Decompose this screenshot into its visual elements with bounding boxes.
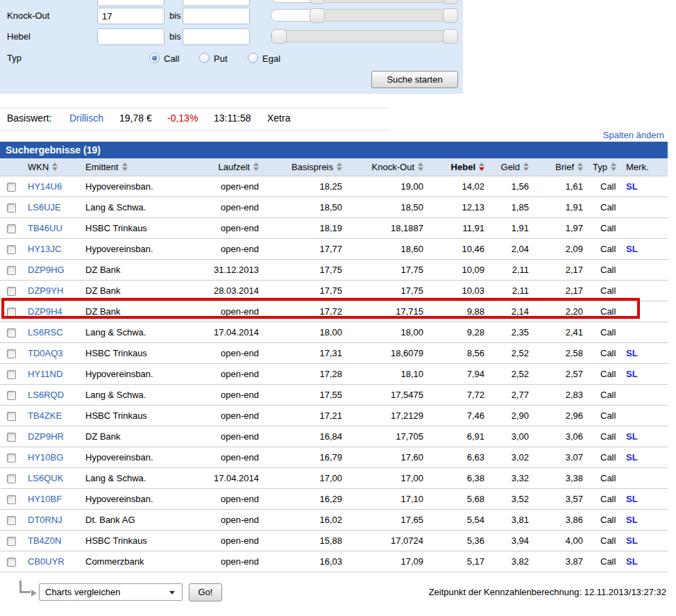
row-checkbox[interactable] [7,495,16,504]
column-header-brief[interactable]: Brief [530,158,584,176]
row-checkbox[interactable] [7,183,16,192]
wkn-link[interactable]: TB4ZKE [28,410,62,421]
cell-typ: Call [584,176,623,197]
wkn-link[interactable]: LS6RSC [28,327,63,338]
cell-geld: 2,35 [486,322,530,342]
slider-handle-left[interactable] [271,29,287,44]
cell-check [0,301,22,322]
spalten-aendern-link[interactable]: Spalten ändern [603,130,664,140]
charts-action-select[interactable]: Charts vergleichen [39,583,183,601]
hebel-to-input[interactable] [183,28,250,45]
cell-laufzeit: open-end [201,342,260,363]
cell-emittent: Lang & Schwa. [80,384,201,405]
row-checkbox[interactable] [7,308,16,317]
column-header-typ[interactable]: Typ [584,158,623,176]
cell-wkn: TB46UU [22,217,80,238]
cell-hebel: 10,46 [425,238,486,259]
wkn-link[interactable]: TB46UU [28,223,62,233]
column-header-geld[interactable]: Geld [486,158,530,176]
row-checkbox[interactable] [7,453,16,463]
row-checkbox[interactable] [7,328,16,338]
wkn-link[interactable]: DZP9HG [28,265,65,275]
wkn-link[interactable]: HY14U6 [28,181,62,192]
cell-merk [623,384,668,405]
knockout-to-input[interactable] [183,8,250,24]
basiswert-link[interactable]: Drillisch [69,113,103,124]
wkn-link[interactable]: HY11ND [28,369,62,379]
cell-brief: 3,86 [530,509,584,530]
row-checkbox[interactable] [7,203,16,213]
cell-geld: 2,52 [486,342,530,363]
typ-radio-egal[interactable] [248,53,258,63]
row-checkbox[interactable] [7,391,16,400]
wkn-link[interactable]: DT0RNJ [28,515,62,525]
typ-radio-put[interactable] [199,53,210,63]
hebel-range-slider[interactable] [271,30,458,42]
row-checkbox[interactable] [7,433,16,442]
wkn-link[interactable]: HY13JC [28,244,61,254]
cell-hebel: 7,72 [425,384,486,405]
hebel-bis-label: bis [169,31,181,42]
wkn-link[interactable]: DZP9YH [28,285,63,296]
cell-knockout: 18,00 [344,322,425,342]
wkn-link[interactable]: DZP9H4 [28,306,62,317]
row-checkbox[interactable] [7,245,16,254]
sort-icon [577,163,583,171]
derivative-search-page: Knock-Out bis Hebel bis Typ Call Put Ega… [0,0,676,616]
cell-emittent: Commerzbank [80,551,201,572]
cutoff-input-to[interactable] [183,0,250,6]
cell-laufzeit: open-end [201,197,260,217]
slider-handle-right[interactable] [443,0,458,4]
wkn-link[interactable]: LS6UJE [28,202,61,213]
cell-basispreis: 16,02 [260,509,344,530]
typ-radio-put-label: Put [214,53,228,64]
row-checkbox[interactable] [7,266,16,275]
wkn-link[interactable]: CB0UYR [28,556,65,567]
row-checkbox[interactable] [7,412,16,421]
slider-handle-left[interactable] [310,0,325,4]
column-header-basispreis[interactable]: Basispreis [260,158,344,176]
cell-emittent: Hypovereinsban. [80,363,201,384]
column-header-knockout[interactable]: Knock-Out [344,158,425,176]
cell-geld: 2,11 [486,280,530,301]
row-checkbox[interactable] [7,370,16,379]
wkn-link[interactable]: TB4Z0N [28,535,61,546]
column-header-wkn[interactable]: WKN [22,158,80,176]
column-header-laufzeit[interactable]: Laufzeit [201,158,260,176]
knockout-from-input[interactable] [97,8,164,24]
wkn-link[interactable]: HY10BF [28,494,62,504]
result-row: LS6UJELang & Schwa.open-end18,5018,5012,… [0,197,668,217]
cell-merk: SL [623,176,668,197]
suche-starten-button[interactable]: Suche starten [371,71,458,88]
wkn-link[interactable]: DZP9HR [28,431,64,442]
cell-wkn: LS6RQD [22,384,80,405]
row-checkbox[interactable] [7,224,16,233]
row-checkbox[interactable] [7,287,16,296]
typ-radio-call[interactable] [149,53,160,63]
go-button[interactable]: Go! [189,583,222,601]
column-header-hebel[interactable]: Hebel [425,158,486,176]
wkn-link[interactable]: LS6QUK [28,473,63,483]
column-header-label: Basispreis [291,162,333,172]
column-header-emittent[interactable]: Emittent [80,158,201,176]
cell-knockout: 17,0724 [344,530,425,551]
hebel-from-input[interactable] [97,28,164,45]
row-checkbox[interactable] [7,558,16,567]
knockout-range-slider[interactable] [271,9,458,22]
slider-handle-right[interactable] [443,8,458,23]
cell-emittent: Dt. Bank AG [80,509,201,530]
wkn-link[interactable]: HY10BG [28,452,63,463]
cell-brief: 3,06 [530,426,584,447]
row-checkbox[interactable] [7,474,16,483]
row-checkbox[interactable] [7,537,16,546]
cell-typ: Call [584,509,623,530]
slider-handle-left[interactable] [310,8,325,23]
row-checkbox[interactable] [7,516,16,525]
cutoff-input-from[interactable] [97,0,164,6]
wkn-link[interactable]: LS6RQD [28,390,64,400]
slider-handle-right[interactable] [443,29,458,44]
row-checkbox[interactable] [7,349,16,358]
wkn-link[interactable]: TD0AQ3 [28,348,63,358]
cutoff-range-slider[interactable] [271,0,458,3]
cell-check [0,384,22,405]
